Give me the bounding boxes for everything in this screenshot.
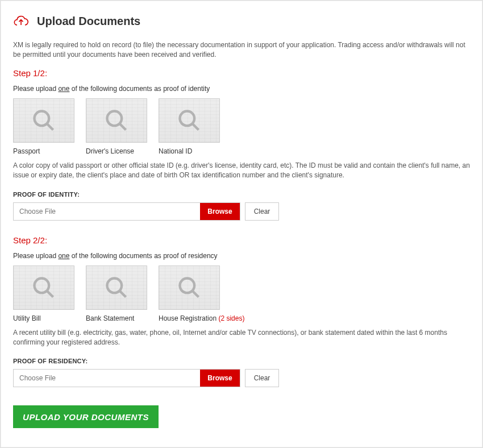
clear-button[interactable]: Clear — [245, 202, 279, 221]
doc-caption: National ID — [159, 147, 220, 155]
step1-instruction: Please upload one of the following docum… — [13, 85, 470, 93]
doc-option-drivers-license[interactable]: Driver's License — [86, 98, 147, 155]
svg-line-3 — [120, 123, 126, 130]
browse-button[interactable]: Browse — [200, 370, 240, 387]
doc-thumb — [159, 98, 220, 143]
intro-text: XM is legally required to hold on record… — [13, 40, 470, 60]
svg-line-1 — [47, 123, 53, 130]
step2-instruction: Please upload one of the following docum… — [13, 252, 470, 260]
step1-field-row: Browse Clear — [13, 202, 470, 221]
svg-point-6 — [35, 278, 49, 293]
proof-of-identity-label: PROOF OF IDENTITY: — [13, 191, 470, 198]
svg-point-2 — [107, 111, 122, 126]
step2-field-row: Browse Clear — [13, 369, 470, 387]
step1-doc-row: Passport Driver's License National ID — [13, 98, 470, 155]
upload-your-documents-button[interactable]: UPLOAD YOUR DOCUMENTS — [13, 405, 159, 428]
magnify-icon — [104, 275, 129, 300]
browse-button[interactable]: Browse — [200, 203, 240, 220]
header: Upload Documents — [13, 13, 470, 29]
doc-option-passport[interactable]: Passport — [13, 98, 74, 155]
svg-line-9 — [120, 291, 126, 297]
svg-point-8 — [107, 278, 122, 293]
step1-title: Step 1/2: — [13, 68, 470, 78]
doc-caption: Driver's License — [86, 147, 147, 155]
step1-description: A color copy of valid passport or other … — [13, 161, 470, 181]
clear-button[interactable]: Clear — [245, 369, 279, 387]
file-input-wrap: Browse — [13, 202, 240, 221]
doc-caption: Utility Bill — [13, 314, 74, 322]
magnify-icon — [31, 275, 56, 300]
doc-option-national-id[interactable]: National ID — [159, 98, 220, 155]
doc-option-utility-bill[interactable]: Utility Bill — [13, 266, 74, 322]
svg-point-4 — [180, 111, 195, 126]
svg-line-11 — [193, 291, 199, 297]
doc-thumb — [86, 266, 147, 310]
proof-of-residency-input[interactable] — [14, 370, 200, 387]
file-input-wrap: Browse — [13, 369, 240, 387]
magnify-icon — [177, 275, 202, 300]
proof-of-residency-label: PROOF OF RESIDENCY: — [13, 358, 470, 364]
doc-caption: Passport — [13, 147, 74, 155]
svg-point-0 — [35, 111, 49, 126]
step2-doc-row: Utility Bill Bank Statement House Regist… — [13, 266, 470, 322]
svg-line-7 — [47, 291, 53, 297]
magnify-icon — [31, 108, 56, 133]
doc-thumb — [13, 266, 74, 310]
cloud-upload-icon — [13, 13, 29, 29]
doc-caption: House Registration (2 sides) — [159, 314, 249, 322]
upload-documents-card: Upload Documents XM is legally required … — [0, 0, 483, 448]
page-title: Upload Documents — [37, 15, 140, 28]
doc-thumb — [86, 98, 147, 143]
step2-title: Step 2/2: — [13, 235, 470, 245]
magnify-icon — [177, 108, 202, 133]
doc-thumb — [13, 98, 74, 143]
magnify-icon — [104, 108, 129, 133]
proof-of-identity-input[interactable] — [14, 203, 200, 220]
doc-caption: Bank Statement — [86, 314, 147, 322]
svg-point-10 — [180, 278, 195, 293]
doc-option-bank-statement[interactable]: Bank Statement — [86, 266, 147, 322]
doc-thumb — [159, 266, 220, 310]
step2-description: A recent utility bill (e.g. electricity,… — [13, 328, 470, 348]
doc-option-house-registration[interactable]: House Registration (2 sides) — [159, 266, 249, 322]
svg-line-5 — [193, 123, 199, 130]
